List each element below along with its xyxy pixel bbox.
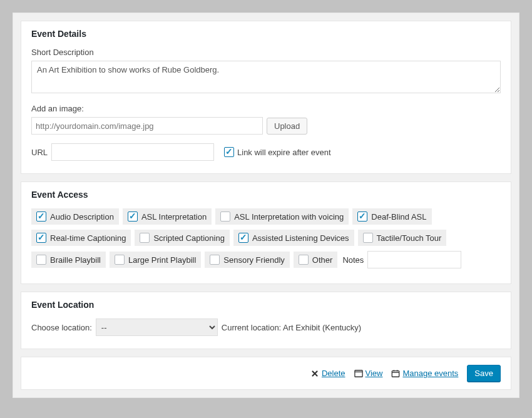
access-option[interactable]: Braille Playbill (31, 252, 106, 268)
view-link[interactable]: View (366, 369, 383, 378)
event-access-panel: Event Access Audio DescriptionASL Interp… (21, 181, 511, 284)
access-checkbox[interactable] (363, 233, 373, 243)
svg-rect-0 (354, 370, 362, 377)
notes-input[interactable] (367, 251, 461, 268)
link-expire-checkbox[interactable] (224, 147, 234, 157)
short-description-row: Short Description An Art Exhibition to s… (31, 48, 501, 95)
image-url-input[interactable] (31, 117, 263, 135)
access-label: ASL Interpretation (141, 212, 207, 222)
access-option[interactable]: Large Print Playbill (110, 252, 201, 268)
manage-link-wrap: Manage events (391, 369, 458, 378)
access-label: Braille Playbill (50, 255, 101, 265)
access-checkbox[interactable] (36, 212, 46, 222)
access-label: Real-time Captioning (50, 233, 126, 243)
event-location-title: Event Location (31, 300, 501, 310)
access-label: Scripted Captioning (153, 233, 224, 243)
url-input[interactable] (51, 143, 214, 161)
link-expire-label: Link will expire after event (237, 148, 331, 157)
access-label: Tactile/Touch Tour (377, 233, 442, 243)
view-link-wrap: View (354, 369, 383, 378)
access-checkbox[interactable] (140, 233, 150, 243)
manage-events-link[interactable]: Manage events (402, 369, 458, 378)
svg-rect-2 (392, 370, 399, 377)
location-select[interactable]: -- (96, 319, 218, 336)
access-option[interactable]: Scripted Captioning (135, 230, 229, 246)
url-label: URL (31, 148, 48, 157)
access-checkbox[interactable] (115, 255, 125, 265)
access-checkbox[interactable] (128, 212, 138, 222)
access-option[interactable]: Deaf-Blind ASL (352, 208, 431, 225)
access-label: Audio Description (50, 212, 114, 222)
footer-actions: Delete View Manage events Save (21, 357, 511, 390)
access-label: Sensory Friendly (223, 255, 285, 265)
access-option[interactable]: Real-time Captioning (31, 230, 131, 246)
access-checkbox[interactable] (36, 233, 46, 243)
admin-page: Event Details Short Description An Art E… (13, 13, 519, 398)
notes-label: Notes (341, 255, 366, 265)
close-icon (310, 369, 319, 378)
access-option[interactable]: ASL Interpretation with voicing (215, 208, 349, 225)
event-details-title: Event Details (31, 29, 501, 39)
access-option[interactable]: Sensory Friendly (205, 252, 290, 268)
access-option[interactable]: Other (294, 252, 338, 268)
delete-link[interactable]: Delete (322, 369, 345, 378)
short-description-label: Short Description (31, 48, 501, 57)
event-access-title: Event Access (31, 190, 501, 200)
event-details-panel: Event Details Short Description An Art E… (21, 21, 511, 174)
access-label: Other (312, 255, 333, 265)
access-label: Assisted Listening Devices (252, 233, 349, 243)
current-location-text: Current location: Art Exhibit (Kentucky) (222, 323, 361, 332)
access-checkbox[interactable] (238, 233, 248, 243)
add-image-label: Add an image: (31, 104, 501, 113)
url-row: URL Link will expire after event (31, 143, 501, 161)
access-option[interactable]: ASL Interpretation (123, 208, 212, 225)
access-label: Large Print Playbill (128, 255, 196, 265)
short-description-textarea[interactable]: An Art Exhibition to show works of Rube … (31, 61, 501, 93)
access-checkbox[interactable] (220, 212, 230, 222)
add-image-row: Add an image: Upload (31, 104, 501, 135)
upload-button[interactable]: Upload (267, 118, 307, 135)
access-option[interactable]: Assisted Listening Devices (233, 230, 354, 246)
access-checkbox[interactable] (36, 255, 46, 265)
event-location-panel: Event Location Choose location: -- Curre… (21, 292, 511, 349)
window-icon (354, 369, 363, 378)
delete-link-wrap: Delete (310, 369, 345, 378)
save-button[interactable]: Save (467, 365, 501, 382)
calendar-icon (391, 369, 400, 378)
access-checkbox[interactable] (210, 255, 220, 265)
access-checkbox[interactable] (357, 212, 367, 222)
choose-location-label: Choose location: (31, 323, 92, 332)
access-label: Deaf-Blind ASL (371, 212, 426, 222)
access-option[interactable]: Audio Description (31, 208, 119, 225)
access-label: ASL Interpretation with voicing (234, 212, 344, 222)
access-option[interactable]: Tactile/Touch Tour (358, 230, 447, 246)
access-options-container: Audio DescriptionASL InterpretationASL I… (31, 208, 501, 273)
access-checkbox[interactable] (299, 255, 309, 265)
